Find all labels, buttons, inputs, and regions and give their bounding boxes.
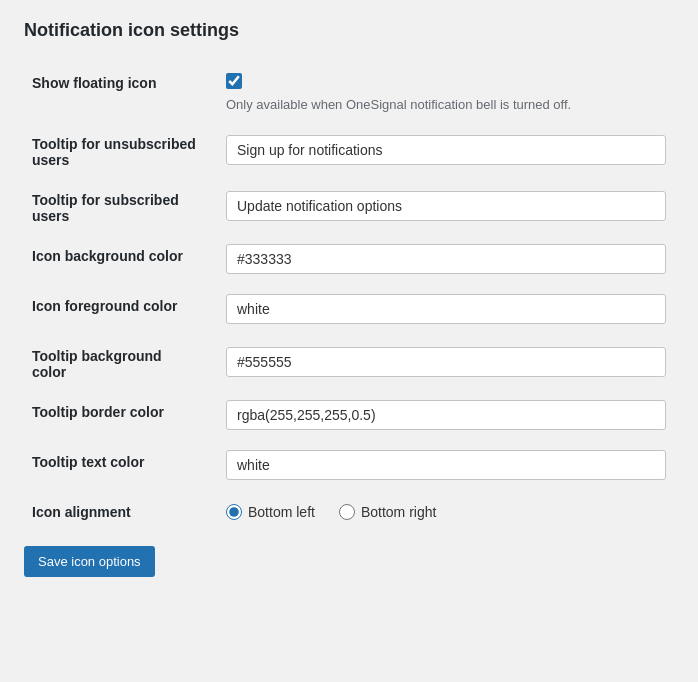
radio-bottom-left-input[interactable] [226,504,242,520]
save-icon-options-button[interactable]: Save icon options [24,546,155,577]
radio-bottom-right-label: Bottom right [361,504,436,520]
icon-alignment-group: Bottom left Bottom right [226,500,666,520]
show-floating-icon-hint: Only available when OneSignal notificati… [226,97,666,112]
tooltip-background-color-input[interactable] [226,347,666,377]
show-floating-icon-label: Show floating icon [32,75,156,91]
tooltip-border-color-input[interactable] [226,400,666,430]
radio-bottom-left[interactable]: Bottom left [226,504,315,520]
tooltip-border-color-label: Tooltip border color [32,404,164,420]
icon-foreground-color-input[interactable] [226,294,666,324]
tooltip-unsubscribed-label: Tooltip for unsubscribed users [32,136,196,168]
icon-alignment-label: Icon alignment [32,504,131,520]
tooltip-text-color-input[interactable] [226,450,666,480]
tooltip-unsubscribed-input[interactable] [226,135,666,165]
radio-bottom-left-label: Bottom left [248,504,315,520]
radio-bottom-right-input[interactable] [339,504,355,520]
icon-background-color-input[interactable] [226,244,666,274]
icon-background-color-label: Icon background color [32,248,183,264]
tooltip-subscribed-label: Tooltip for subscribed users [32,192,179,224]
show-floating-icon-checkbox[interactable] [226,73,242,89]
icon-foreground-color-label: Icon foreground color [32,298,177,314]
radio-bottom-right[interactable]: Bottom right [339,504,436,520]
tooltip-background-color-label: Tooltip background color [32,348,162,380]
page-title: Notification icon settings [24,20,674,41]
tooltip-subscribed-input[interactable] [226,191,666,221]
tooltip-text-color-label: Tooltip text color [32,454,145,470]
